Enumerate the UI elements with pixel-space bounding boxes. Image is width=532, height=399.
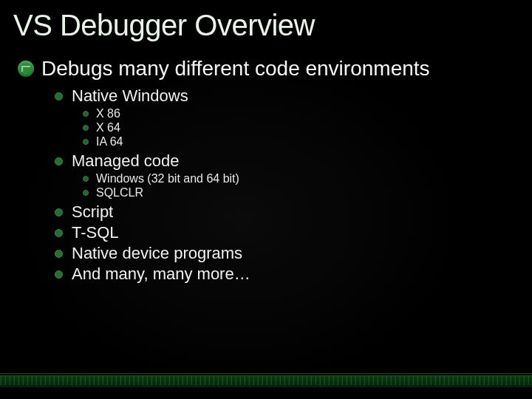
bullet-level2: Managed code xyxy=(0,151,532,171)
bullet-text: Native device programs xyxy=(72,244,242,263)
bullet-text: And many, many more… xyxy=(72,265,250,284)
bullet-text: Native Windows xyxy=(72,86,188,106)
disc-bullet-icon xyxy=(55,270,63,279)
slide-content: Debugs many different code environments … xyxy=(0,57,532,284)
globe-bullet-icon xyxy=(18,61,34,77)
bullet-level3: SQLCLR xyxy=(0,186,532,200)
dot-bullet-icon xyxy=(83,190,89,196)
bullet-text: Debugs many different code environments xyxy=(41,57,430,81)
bullet-level1: Debugs many different code environments xyxy=(0,57,532,81)
bullet-text: Managed code xyxy=(72,151,180,171)
bullet-text: Windows (32 bit and 64 bit) xyxy=(96,172,239,185)
footer-rule xyxy=(0,386,532,387)
dot-bullet-icon xyxy=(83,176,89,182)
disc-bullet-icon xyxy=(55,229,63,237)
bullet-level3: X 64 xyxy=(0,121,532,134)
bullet-level3: Windows (32 bit and 64 bit) xyxy=(0,172,532,185)
bullet-text: SQLCLR xyxy=(96,186,143,200)
bullet-text: Script xyxy=(72,202,113,222)
bullet-level3: IA 64 xyxy=(0,135,532,149)
bullet-text: IA 64 xyxy=(96,135,123,149)
dot-bullet-icon xyxy=(83,125,89,131)
bullet-level3: X 86 xyxy=(0,107,532,120)
bullet-text: X 64 xyxy=(96,121,120,134)
bullet-level2: Native device programs xyxy=(0,244,532,263)
bullet-level2: Script xyxy=(0,202,532,222)
dot-bullet-icon xyxy=(83,111,89,117)
disc-bullet-icon xyxy=(55,157,63,166)
slide-title: VS Debugger Overview xyxy=(0,0,532,57)
bullet-text: X 86 xyxy=(96,107,120,120)
footer-rule xyxy=(0,373,532,374)
footer-decor-stripe xyxy=(0,375,532,386)
disc-bullet-icon xyxy=(55,250,63,258)
bullet-text: T-SQL xyxy=(72,223,119,242)
disc-bullet-icon xyxy=(55,208,63,216)
disc-bullet-icon xyxy=(55,92,63,100)
dot-bullet-icon xyxy=(83,139,89,145)
bullet-level2: And many, many more… xyxy=(0,265,532,284)
bullet-level2: Native Windows xyxy=(0,86,532,106)
bullet-level2: T-SQL xyxy=(0,223,532,242)
